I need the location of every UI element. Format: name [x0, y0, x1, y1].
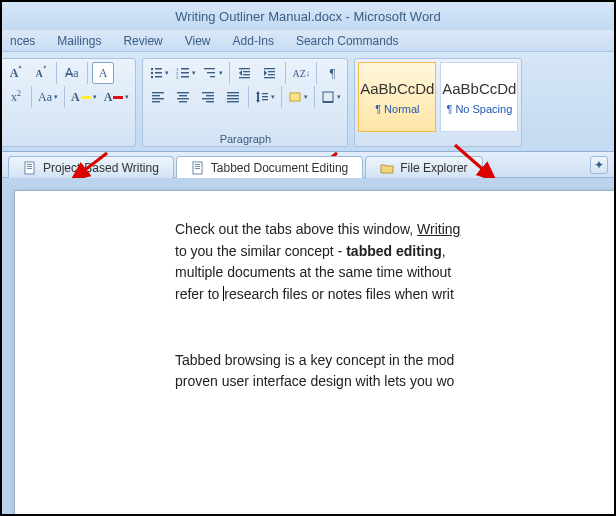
ribbon-group-paragraph: ▾ 123▾ ▾ AZ↓ ¶: [142, 58, 348, 147]
svg-rect-57: [195, 168, 200, 169]
multilevel-list-button[interactable]: ▾: [201, 62, 225, 84]
svg-rect-21: [268, 71, 275, 72]
style-name: ¶ No Spacing: [446, 103, 512, 115]
body-text: Check out the tabs above this window,: [175, 221, 417, 237]
svg-rect-9: [181, 72, 189, 74]
document-body[interactable]: Check out the tabs above this window, Wr…: [175, 219, 614, 393]
ribbon: A˄ A˅ A̶a A x2 Aa▾ A▾ A▾: [2, 52, 614, 152]
svg-marker-43: [256, 100, 260, 103]
superscript-button[interactable]: x2: [5, 86, 27, 108]
sort-button[interactable]: AZ↓: [290, 62, 312, 84]
style-sample: AaBbCcDd: [360, 80, 434, 97]
doc-tab-project-based-writing[interactable]: Project-Based Writing: [8, 156, 174, 178]
paragraph-group-label: Paragraph: [147, 131, 343, 145]
svg-rect-38: [227, 95, 239, 96]
svg-rect-12: [204, 68, 215, 69]
font-group-label: [5, 131, 131, 145]
svg-point-0: [151, 68, 153, 70]
body-link[interactable]: Writing: [417, 221, 460, 237]
svg-marker-24: [264, 70, 267, 76]
svg-rect-56: [195, 166, 200, 167]
borders-button[interactable]: ▾: [319, 86, 343, 108]
svg-rect-23: [264, 77, 275, 78]
window-title: Writing Outliner Manual.docx - Microsoft…: [175, 9, 440, 24]
ribbon-group-font: A˄ A˅ A̶a A x2 Aa▾ A▾ A▾: [0, 58, 136, 147]
doc-tab-label: Project-Based Writing: [43, 161, 159, 175]
svg-rect-20: [264, 68, 275, 69]
svg-marker-41: [256, 91, 260, 94]
justify-button[interactable]: [222, 86, 244, 108]
align-left-button[interactable]: [147, 86, 169, 108]
shrink-font-button[interactable]: A˅: [30, 62, 52, 84]
svg-rect-51: [27, 164, 32, 165]
increase-indent-button[interactable]: [259, 62, 281, 84]
body-text: to you the similar concept -: [175, 243, 346, 259]
ribbon-tab-references[interactable]: nces: [10, 34, 35, 48]
svg-rect-48: [323, 92, 333, 102]
style-name: ¶ Normal: [375, 103, 419, 115]
shading-button[interactable]: ▾: [286, 86, 310, 108]
bullets-button[interactable]: ▾: [147, 62, 171, 84]
body-text: Tabbed browsing is a key concept in the …: [175, 352, 454, 368]
svg-rect-5: [155, 76, 162, 78]
character-border-button[interactable]: A: [92, 62, 114, 84]
ribbon-tab-review[interactable]: Review: [123, 34, 162, 48]
style-no-spacing[interactable]: AaBbCcDd ¶ No Spacing: [440, 62, 518, 132]
svg-text:3: 3: [176, 75, 179, 80]
svg-point-2: [151, 72, 153, 74]
show-paragraph-marks-button[interactable]: ¶: [321, 62, 343, 84]
align-center-button[interactable]: [172, 86, 194, 108]
body-text: ,: [442, 243, 446, 259]
svg-rect-52: [27, 166, 32, 167]
svg-rect-33: [202, 92, 214, 93]
style-normal[interactable]: AaBbCcDd ¶ Normal: [358, 62, 436, 132]
highlight-button[interactable]: A▾: [69, 86, 99, 108]
new-tab-button[interactable]: ✦: [590, 156, 608, 174]
doc-tab-label: Tabbed Document Editing: [211, 161, 348, 175]
svg-rect-42: [257, 94, 259, 100]
document-page[interactable]: Check out the tabs above this window, Wr…: [14, 190, 614, 514]
ribbon-tabs: nces Mailings Review View Add-Ins Search…: [2, 30, 614, 52]
body-text: refer to: [175, 286, 223, 302]
ribbon-tab-mailings[interactable]: Mailings: [57, 34, 101, 48]
svg-rect-37: [227, 92, 239, 93]
doc-tab-label: File Explorer: [400, 161, 467, 175]
svg-rect-53: [27, 168, 32, 169]
svg-rect-40: [227, 101, 239, 102]
svg-rect-30: [179, 95, 187, 96]
ribbon-tab-view[interactable]: View: [185, 34, 211, 48]
document-area[interactable]: Check out the tabs above this window, Wr…: [2, 178, 614, 514]
doc-tab-tabbed-document-editing[interactable]: Tabbed Document Editing: [176, 156, 363, 178]
folder-icon: [380, 161, 394, 175]
svg-rect-3: [155, 72, 162, 74]
svg-rect-39: [227, 98, 239, 99]
clear-formatting-button[interactable]: A̶a: [61, 62, 83, 84]
svg-rect-7: [181, 68, 189, 70]
document-icon: [23, 161, 37, 175]
line-spacing-button[interactable]: ▾: [253, 86, 277, 108]
svg-rect-31: [177, 98, 189, 99]
plus-icon: ✦: [594, 158, 604, 172]
body-bold: tabbed editing: [346, 243, 442, 259]
doc-tab-file-explorer[interactable]: File Explorer: [365, 156, 482, 178]
svg-rect-13: [207, 72, 215, 73]
decrease-indent-button[interactable]: [234, 62, 256, 84]
svg-rect-29: [177, 92, 189, 93]
ribbon-tab-addins[interactable]: Add-Ins: [233, 34, 274, 48]
svg-rect-26: [152, 95, 160, 96]
align-right-button[interactable]: [197, 86, 219, 108]
grow-font-button[interactable]: A˄: [5, 62, 27, 84]
svg-point-4: [151, 76, 153, 78]
svg-rect-32: [179, 101, 187, 102]
svg-rect-36: [206, 101, 214, 102]
svg-rect-35: [202, 98, 214, 99]
numbering-button[interactable]: 123▾: [174, 62, 198, 84]
ribbon-group-styles: AaBbCcDd ¶ Normal AaBbCcDd ¶ No Spacing: [354, 58, 522, 147]
ribbon-tab-search-commands[interactable]: Search Commands: [296, 34, 399, 48]
change-case-button[interactable]: Aa▾: [36, 86, 60, 108]
svg-rect-22: [268, 74, 275, 75]
svg-rect-25: [152, 92, 164, 93]
font-color-button[interactable]: A▾: [102, 86, 132, 108]
svg-rect-47: [290, 93, 300, 101]
svg-rect-11: [181, 76, 189, 78]
